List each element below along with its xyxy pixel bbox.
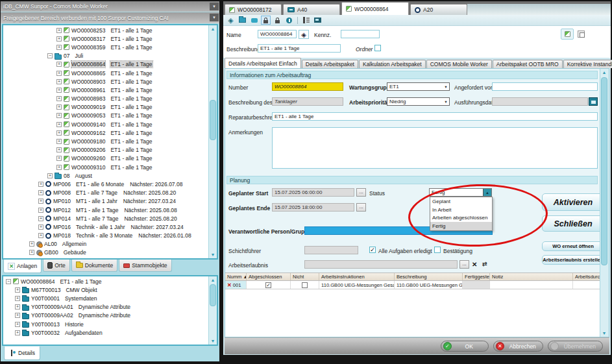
detail-tab[interactable]: Korrektive Instandhaltung [563, 60, 612, 68]
ordner-checkbox[interactable] [374, 45, 381, 51]
scroll-up-icon[interactable]: ▲ [600, 69, 608, 76]
expand-toggle[interactable]: − [47, 53, 53, 58]
expand-toggle[interactable]: + [38, 190, 43, 195]
scrollbar-thumb[interactable] [210, 284, 216, 306]
status-select[interactable]: Fertig ▲ [429, 188, 492, 197]
navigate-icon[interactable]: ◈ [226, 16, 236, 25]
expand-toggle[interactable]: + [56, 130, 62, 136]
start-picker-button[interactable]: ... [356, 188, 366, 197]
tree-item[interactable]: + WO00009019 ET1 - alle 1 Tage [3, 103, 208, 112]
tree-item[interactable]: − 07 Juli [3, 52, 208, 60]
task-table-row[interactable]: ✕001 110.GB00 UEG-Messungen Gesamta 110.… [225, 281, 600, 289]
tree-item[interactable]: + GB00 Gebäude [3, 249, 208, 257]
tree-item[interactable]: + WO00009140 ET1 - alle 1 Tage [3, 120, 208, 128]
expand-toggle[interactable]: + [15, 313, 20, 318]
scroll-down-icon[interactable]: ▼ [209, 251, 217, 258]
workspace-header[interactable]: Freigegebener Bereich verbunden mit 100 … [1, 12, 219, 23]
expand-toggle[interactable]: + [56, 88, 62, 93]
comment-icon[interactable] [249, 16, 259, 25]
nicht-checkbox[interactable] [302, 282, 308, 288]
tree-item[interactable]: + MP006 ET1 - alle 6 Monate Nächster: 20… [3, 180, 208, 188]
detail-tab[interactable]: Arbeitspaket OOTB MRO [493, 60, 563, 68]
tree-item[interactable]: + MP018 Technik - alle 3 Monate Nächster… [3, 232, 208, 240]
expand-toggle[interactable]: + [47, 173, 53, 178]
instruktionen-cell[interactable]: 110.GB00 UEG-Messungen Gesamta [319, 281, 395, 289]
abgeschlossen-checkbox[interactable] [265, 282, 271, 288]
tree-item[interactable]: + WO00009180 ET1 - alle 1 Tage [3, 137, 208, 145]
detail-tab[interactable]: Details Arbeitspaket Einfach [225, 58, 301, 68]
tree-item[interactable]: + MP014 MT1 - alle 7 Tage Nächster: 2025… [3, 214, 208, 223]
expand-toggle[interactable]: + [56, 113, 62, 118]
tree-item[interactable]: + WO00009310 ET1 - alle 1 Tage [3, 163, 208, 171]
expand-toggle[interactable]: + [38, 208, 43, 213]
left-panel-tab[interactable]: Dokumente [71, 260, 117, 272]
unlock-icon[interactable] [261, 16, 271, 25]
tree-item[interactable]: + WO00008865 ET1 - alle 1 Tage [3, 69, 208, 77]
arbeitsdurchfuehrung-cell[interactable] [573, 281, 600, 289]
wartungsgruppe-select[interactable]: ET1 ▼ [387, 82, 450, 91]
tree-item[interactable]: + Y00T00032 Aufgabendaten [3, 328, 208, 337]
database-header[interactable]: iDB_CMW Sunpor - Comos Mobile Worker ▼ [1, 1, 219, 12]
tree-item[interactable]: + WO00008359 ET1 - alle 1 Tage [3, 43, 208, 51]
clear-x-icon[interactable]: ✕ [472, 261, 477, 268]
expand-toggle[interactable]: + [15, 330, 20, 335]
aktivieren-button[interactable]: Aktivieren [542, 193, 604, 211]
document-tab[interactable]: WO00008172 [225, 4, 282, 15]
expand-toggle[interactable]: + [29, 250, 34, 255]
ausfuehrungsdatum-input[interactable] [492, 97, 588, 106]
expand-toggle[interactable]: + [38, 182, 43, 187]
left-panel-tab[interactable]: Anlagen [3, 260, 42, 273]
tree-item[interactable]: + MP008 ET1 - alle 7 Tage Nächster: 2025… [3, 189, 208, 197]
scroll-up-icon[interactable]: ▲ [209, 276, 217, 284]
navigator-diamond-button[interactable]: ◈ [299, 30, 309, 39]
angefordert-input[interactable] [492, 82, 598, 91]
status-option[interactable]: In Arbeit [430, 206, 492, 214]
arbeitserlaubnis-erstellen-button[interactable]: Arbeitserlaubnis erstellen [542, 255, 604, 265]
tree-item[interactable]: + Y00T00009AA02 Dynamische Attribute [3, 311, 208, 320]
column-header[interactable]: Fertiggestellt [463, 273, 490, 280]
scroll-down-icon[interactable]: ▼ [209, 337, 217, 345]
expand-toggle[interactable]: + [38, 224, 43, 230]
expand-toggle[interactable]: + [56, 104, 62, 110]
tree-item[interactable]: + WO00009162 ET1 - alle 1 Tage [3, 128, 208, 137]
column-header[interactable]: Beschreibung [395, 273, 463, 280]
erlaubnis-picker-button[interactable]: ... [459, 260, 469, 269]
info-icon[interactable] [284, 16, 294, 25]
expand-toggle[interactable]: + [15, 304, 20, 309]
expand-toggle[interactable]: + [56, 62, 62, 67]
chevron-down-icon[interactable]: ▼ [210, 14, 219, 21]
document-tab[interactable]: A20 [410, 4, 467, 15]
schliessen-button[interactable]: Schließen [542, 215, 604, 232]
expand-toggle[interactable]: + [15, 322, 20, 327]
expand-toggle[interactable]: + [15, 287, 20, 293]
tree-item[interactable]: + Y00T00009AA01 Dynamische Attribute [3, 303, 208, 311]
column-header[interactable]: Arbeitsdurchführun [573, 273, 600, 280]
scrollbar-thumb[interactable] [210, 100, 216, 140]
eq-input[interactable]: Tanklager [272, 97, 343, 106]
wo-erneut-oeffnen-button[interactable]: WO erneut öffnen [542, 241, 604, 251]
status-option[interactable]: Fertig [430, 222, 492, 230]
tree-item[interactable]: + Y00T00013 Historie [3, 320, 208, 328]
tree-item[interactable]: + WO00008317 ET1 - alle 1 Tage [3, 34, 208, 43]
tree-item[interactable]: + WO00009206 ET1 - alle 1 Tage [3, 146, 208, 154]
expand-toggle[interactable]: + [56, 96, 62, 101]
tree-item[interactable]: + WO00008961 ET1 - alle 1 Tage [3, 86, 208, 94]
expand-toggle[interactable]: + [56, 45, 62, 50]
document-tab[interactable]: WO00008864 [341, 2, 409, 15]
status-option[interactable]: Arbeiten abgeschlossen [430, 213, 492, 222]
expand-toggle[interactable]: + [56, 28, 62, 33]
expand-toggle[interactable]: + [56, 165, 62, 170]
column-header[interactable]: Notiz [490, 273, 573, 280]
schichtfuehrer-input[interactable] [304, 246, 358, 254]
tree-item[interactable]: − WO00008864 ET1 - alle 1 Tage [3, 277, 208, 285]
tree-item[interactable]: + AL00 Allgemein [3, 240, 208, 249]
expand-toggle[interactable]: + [56, 36, 62, 42]
expand-toggle[interactable]: + [56, 71, 62, 76]
beschreibung-cell[interactable]: 110.GB00 UEG-Messungen Gesa [395, 281, 463, 289]
expand-toggle[interactable]: + [56, 79, 62, 84]
alle-aufgaben-checkbox[interactable] [369, 247, 376, 253]
tree-item[interactable]: + M67T00013 CMW Objekt [3, 285, 208, 294]
status-option[interactable]: Geplant [430, 197, 492, 206]
uebernehmen-button[interactable]: Übernehmen [548, 341, 603, 352]
left-panel-tab[interactable]: Stammobjekte [119, 260, 171, 272]
